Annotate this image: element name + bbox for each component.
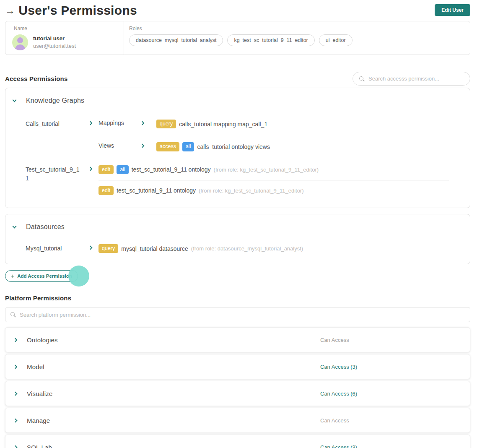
datasource-name: Mysql_tutorial [26, 244, 62, 253]
permission-badge: query [156, 120, 176, 128]
kg-name: Calls_tutorial [26, 120, 60, 128]
access-tree-row: Mysql_tutorial query mysql_tutorial data… [26, 244, 461, 253]
chevron-down-icon[interactable] [13, 98, 17, 102]
from-role-note: (from role: datasource_mysql_tutorial_an… [191, 245, 303, 252]
permission-badge: all [182, 142, 194, 151]
name-label: Name [14, 26, 124, 31]
user-name-column: Name tutorial user user@tutorial.test [5, 21, 124, 55]
user-roles-column: Roles datasource_mysql_tutorial_analyst … [124, 21, 470, 55]
chevron-right-icon[interactable] [88, 167, 93, 171]
chevron-right-icon[interactable] [140, 144, 145, 148]
search-icon [10, 312, 16, 318]
permission-badge: edit [99, 165, 114, 174]
permission-target: calls_tutorial mapping map_call_1 [179, 121, 267, 128]
platform-row-label: Visualize [27, 390, 53, 397]
permission-target: calls_tutorial ontology views [197, 143, 270, 150]
access-tree-row: Views access all calls_tutorial ontology… [26, 142, 461, 151]
chevron-right-icon[interactable] [13, 445, 18, 448]
permission-target: test_sc_tutorial_9_11 ontology [117, 187, 196, 194]
knowledge-graphs-card: Knowledge Graphs Calls_tutorial Mappings… [5, 88, 470, 208]
chevron-right-icon[interactable] [13, 338, 18, 342]
page-title-text: User's Permissions [18, 3, 137, 18]
platform-row-ontologies[interactable]: Ontologies Can Access [5, 327, 470, 352]
kg-subsection: Views [99, 142, 114, 149]
from-role-note: (from role: kg_test_sc_tutorial_9_11_edi… [199, 188, 304, 194]
can-access-status: Can Access [320, 337, 349, 343]
chevron-right-icon[interactable] [13, 365, 18, 369]
can-access-status: Can Access (3) [320, 364, 357, 370]
access-tree-row: Test_sc_tutorial_9_11 edit all test_sc_t… [26, 165, 461, 195]
access-permissions-heading: Access Permissions [5, 75, 68, 82]
platform-row-visualize[interactable]: Visualize Can Access (6) [5, 381, 470, 406]
from-role-note: (from role: kg_test_sc_tutorial_9_11_edi… [214, 167, 319, 173]
user-summary-card: Name tutorial user user@tutorial.test Ro… [5, 21, 470, 55]
platform-permission-search-input[interactable] [20, 312, 465, 318]
chevron-right-icon[interactable] [88, 246, 93, 250]
platform-row-label: Model [27, 363, 44, 370]
user-email: user@tutorial.test [33, 42, 76, 50]
platform-row-label: Ontologies [27, 336, 58, 344]
plus-icon: + [11, 273, 14, 279]
platform-row-label: SQL Lab [27, 444, 52, 448]
chevron-right-icon[interactable] [140, 121, 145, 125]
can-access-status: Can Access [320, 417, 349, 424]
user-display-name: tutorial user [33, 35, 76, 42]
can-access-status: Can Access (6) [320, 391, 357, 397]
permission-badge: access [156, 142, 179, 151]
page-header: → User's Permissions Edit User [5, 3, 470, 18]
access-permission-search[interactable] [353, 72, 470, 86]
chevron-right-icon[interactable] [13, 391, 18, 396]
chevron-down-icon[interactable] [13, 224, 17, 229]
platform-row-manage[interactable]: Manage Can Access [5, 408, 470, 433]
access-tree-row: Calls_tutorial Mappings query calls_tuto… [26, 120, 461, 128]
permission-target: mysql_tutorial datasource [121, 245, 188, 252]
kg-subsection: Mappings [99, 120, 124, 126]
click-indicator [68, 266, 89, 287]
search-icon [359, 76, 365, 82]
can-access-status: Can Access (3) [320, 444, 357, 448]
roles-label: Roles [129, 26, 470, 31]
permission-entry: edit all test_sc_tutorial_9_11 ontology … [99, 165, 449, 180]
permission-badge: edit [99, 186, 114, 195]
permission-target: test_sc_tutorial_9_11 ontology [132, 166, 211, 173]
platform-permissions-heading: Platform Permissions [5, 294, 470, 302]
group-title: Knowledge Graphs [26, 97, 84, 104]
platform-row-model[interactable]: Model Can Access (3) [5, 354, 470, 379]
add-access-permission-button[interactable]: + Add Access Permission [5, 270, 78, 282]
role-chip: datasource_mysql_tutorial_analyst [129, 34, 223, 46]
group-title: Datasources [26, 223, 65, 231]
edit-user-button[interactable]: Edit User [435, 4, 470, 16]
permission-entry: edit test_sc_tutorial_9_11 ontology (fro… [99, 180, 449, 195]
permission-badge: all [117, 165, 129, 174]
access-permission-search-input[interactable] [368, 76, 464, 82]
platform-permission-search[interactable] [5, 307, 470, 322]
platform-row-sql-lab[interactable]: SQL Lab Can Access (3) [5, 435, 470, 448]
user-avatar-icon [12, 34, 28, 50]
datasources-card: Datasources Mysql_tutorial query mysql_t… [5, 214, 470, 264]
datasources-group-toggle[interactable]: Datasources [13, 223, 461, 231]
knowledge-graphs-group-toggle[interactable]: Knowledge Graphs [13, 97, 461, 104]
back-arrow-icon: → [5, 5, 15, 16]
chevron-right-icon[interactable] [88, 121, 93, 125]
role-chip: kg_test_sc_tutorial_9_11_editor [227, 34, 314, 46]
platform-row-label: Manage [27, 417, 50, 424]
chevron-right-icon[interactable] [13, 418, 18, 422]
add-access-permission-label: Add Access Permission [17, 273, 72, 279]
kg-name: Test_sc_tutorial_9_11 [26, 165, 81, 183]
role-chip: ui_editor [319, 34, 353, 46]
page-title: → User's Permissions [5, 3, 137, 18]
permission-badge: query [99, 244, 118, 253]
